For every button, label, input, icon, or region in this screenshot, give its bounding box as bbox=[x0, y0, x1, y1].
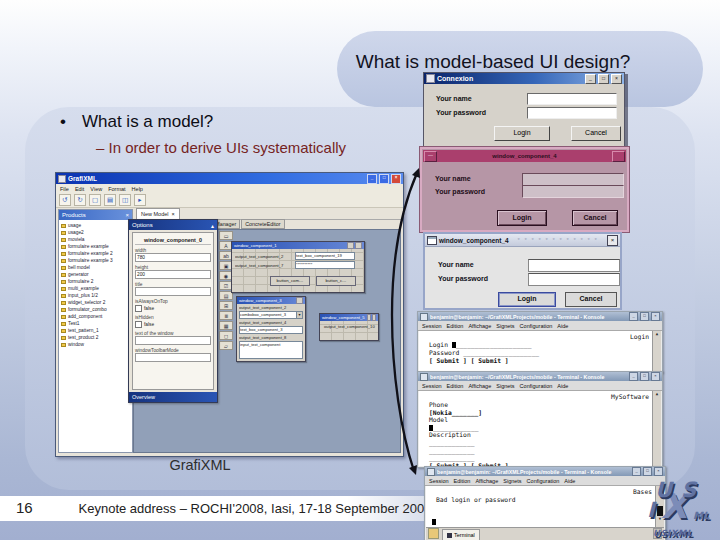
tree-item[interactable]: usage bbox=[60, 222, 131, 229]
toolbar-icon[interactable]: ◫ bbox=[119, 194, 131, 206]
design-window-1[interactable]: window_component_1 output_text_component… bbox=[231, 241, 365, 293]
palette-widget-icon[interactable]: ⊞ bbox=[219, 301, 233, 310]
menu-item[interactable]: Affichage bbox=[468, 383, 491, 389]
listbox[interactable]: input_text_component bbox=[239, 341, 303, 359]
tree-item[interactable]: test_product 2 bbox=[60, 334, 131, 341]
design-window-3[interactable]: window_component_5 output_text_component… bbox=[319, 313, 379, 341]
login-button[interactable]: Login bbox=[494, 126, 550, 141]
password-input[interactable] bbox=[527, 107, 617, 119]
menu-item[interactable]: Aide bbox=[564, 478, 575, 484]
toolbar-icon[interactable]: ▸ bbox=[134, 194, 146, 206]
close-button[interactable]: × bbox=[654, 467, 663, 476]
terminal-titlebar[interactable]: benjamin@benjamin: ~/GrafiXMLProjects/mo… bbox=[425, 467, 665, 476]
tree-item[interactable]: formulator_combo bbox=[60, 306, 131, 313]
menu-item[interactable]: Affichage bbox=[468, 323, 491, 329]
menu-item[interactable]: Session bbox=[422, 323, 442, 329]
name-input[interactable] bbox=[528, 259, 620, 272]
options-collapse-icon[interactable]: ▴ bbox=[211, 222, 214, 229]
motif-maximize-button[interactable] bbox=[612, 151, 625, 162]
menu-item[interactable]: Edit bbox=[75, 186, 84, 192]
menu-item[interactable]: Edition bbox=[454, 478, 471, 484]
new-session-icon[interactable] bbox=[428, 528, 439, 539]
menu-item[interactable]: View bbox=[90, 186, 102, 192]
tree-item[interactable]: usage2 bbox=[60, 229, 131, 236]
property-input[interactable]: 200 bbox=[135, 270, 211, 279]
design-window-2[interactable]: window_component_3 output_text_component… bbox=[236, 296, 306, 362]
maximize-button[interactable]: □ bbox=[640, 312, 649, 321]
maximize-button[interactable]: □ bbox=[598, 74, 609, 84]
toolbar-icon[interactable]: ▤ bbox=[104, 194, 116, 206]
motif-menu-button[interactable]: — bbox=[424, 151, 437, 162]
minimize-button[interactable]: _ bbox=[632, 467, 641, 476]
palette-widget-icon[interactable]: ▭ bbox=[219, 231, 233, 240]
property-input[interactable] bbox=[135, 353, 211, 362]
close-button[interactable]: × bbox=[607, 235, 618, 246]
palette-widget-icon[interactable]: ◻ bbox=[219, 331, 233, 340]
tree-item[interactable]: generator bbox=[60, 271, 131, 278]
tree-item[interactable]: Test1 bbox=[60, 320, 131, 327]
tree-item[interactable]: formulaire example 3 bbox=[60, 257, 131, 264]
menu-item[interactable]: Affichage bbox=[475, 478, 498, 484]
palette-widget-icon[interactable]: ≣ bbox=[219, 311, 233, 320]
minimize-button[interactable]: _ bbox=[629, 312, 638, 321]
checkbox[interactable] bbox=[135, 305, 142, 312]
minimize-button[interactable]: _ bbox=[367, 174, 377, 184]
design-button[interactable]: button_com… bbox=[270, 276, 310, 286]
palette-widget-icon[interactable]: ▦ bbox=[219, 321, 233, 330]
checkbox[interactable] bbox=[135, 321, 142, 328]
cancel-button[interactable]: Cancel bbox=[571, 126, 621, 141]
minimize-button[interactable]: _ bbox=[629, 372, 638, 381]
tree-item[interactable]: test_pattern_1 bbox=[60, 327, 131, 334]
design-button[interactable]: button_c… bbox=[316, 276, 356, 286]
terminal-content[interactable]: MySoftware Phone [Nokia_______] Model █_… bbox=[419, 391, 661, 466]
property-input[interactable]: 780 bbox=[135, 253, 211, 262]
session-tab[interactable]: Terminal bbox=[442, 529, 480, 540]
editor-tab[interactable]: ConcreteEditor bbox=[241, 219, 284, 229]
combobox[interactable]: combobox_component_3 bbox=[239, 311, 303, 319]
scrollbar[interactable]: ▲ bbox=[652, 331, 661, 371]
scroll-up-icon[interactable]: ▲ bbox=[653, 331, 661, 337]
tree-item[interactable]: formulaire example 2 bbox=[60, 250, 131, 257]
tree-item[interactable]: moviela bbox=[60, 236, 131, 243]
menu-item[interactable]: File bbox=[60, 186, 69, 192]
password-input[interactable] bbox=[522, 185, 624, 198]
toolbar-icon[interactable]: ↻ bbox=[74, 194, 86, 206]
tab-close-icon[interactable]: × bbox=[172, 211, 175, 217]
options-header[interactable]: Options ▴ bbox=[129, 220, 217, 230]
textbox-field[interactable]: text_box_component_3 bbox=[239, 326, 303, 334]
menu-item[interactable]: Aide bbox=[557, 323, 568, 329]
products-header[interactable]: Products × bbox=[59, 210, 132, 220]
close-button[interactable]: × bbox=[391, 174, 401, 184]
palette-widget-icon[interactable]: ▱ bbox=[219, 341, 233, 350]
tree-item[interactable]: bell model bbox=[60, 264, 131, 271]
menu-item[interactable]: Configuration bbox=[520, 323, 553, 329]
menu-item[interactable]: Signets bbox=[496, 383, 514, 389]
login-button[interactable]: Login bbox=[498, 292, 556, 307]
minimize-button[interactable]: _ bbox=[585, 74, 596, 84]
terminal-titlebar[interactable]: benjamin@benjamin: ~/GrafiXMLProjects/mo… bbox=[418, 372, 662, 381]
close-button[interactable]: × bbox=[651, 312, 660, 321]
maximize-button[interactable]: □ bbox=[643, 467, 652, 476]
tree-item[interactable]: formulaire 2 bbox=[60, 278, 131, 285]
name-input[interactable] bbox=[527, 93, 617, 105]
terminal-content[interactable]: Login Login █____________________ Passwo… bbox=[419, 331, 661, 371]
menu-item[interactable]: Format bbox=[108, 186, 125, 192]
scroll-up-icon[interactable]: ▲ bbox=[653, 391, 661, 397]
textbox-field[interactable]: text_box_component_19 bbox=[295, 252, 355, 260]
cancel-button[interactable]: Cancel bbox=[572, 210, 618, 226]
close-button[interactable]: × bbox=[611, 74, 622, 84]
property-input[interactable] bbox=[135, 336, 211, 345]
login-button[interactable]: Login bbox=[497, 210, 547, 226]
password-field[interactable]: ********** bbox=[295, 261, 355, 269]
cancel-button[interactable]: Cancel bbox=[565, 292, 617, 307]
menu-item[interactable]: Session bbox=[429, 478, 449, 484]
tree-item[interactable]: window bbox=[60, 341, 131, 348]
panel-close-icon[interactable]: × bbox=[125, 212, 129, 218]
scrollbar[interactable]: ▲ bbox=[652, 391, 661, 466]
menu-item[interactable]: Configuration bbox=[527, 478, 560, 484]
maximize-button[interactable]: □ bbox=[640, 372, 649, 381]
menu-item[interactable]: Edition bbox=[447, 323, 464, 329]
grafixml-titlebar[interactable]: GrafiXML _ □ × bbox=[56, 173, 403, 184]
menu-item[interactable]: Edition bbox=[447, 383, 464, 389]
tree-item[interactable]: add_component bbox=[60, 313, 131, 320]
